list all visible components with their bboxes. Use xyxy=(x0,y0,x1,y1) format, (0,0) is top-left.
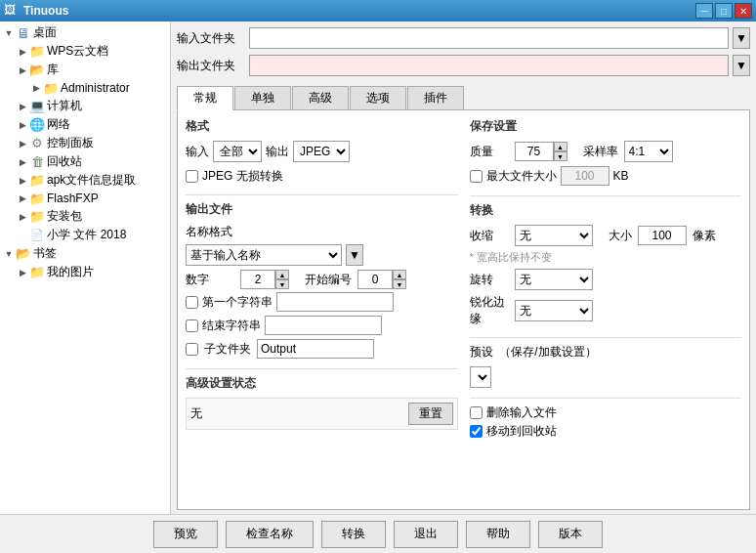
digits-down[interactable]: ▼ xyxy=(275,279,289,289)
divider-2 xyxy=(186,368,458,369)
expand-icon-computer: ▶ xyxy=(16,102,29,111)
tree-item-bookmark[interactable]: ▼ 📂 书签 xyxy=(0,244,170,263)
tree-item-mypics[interactable]: ▶ 📁 我的图片 xyxy=(0,263,170,281)
exit-button[interactable]: 退出 xyxy=(394,521,458,548)
first-str-input[interactable] xyxy=(276,292,394,312)
move-checkbox[interactable] xyxy=(470,425,483,438)
jpeg-lossless-label: JPEG 无损转换 xyxy=(202,168,283,185)
tree-label-bookmark: 书签 xyxy=(33,245,57,262)
shrink-size-input[interactable] xyxy=(638,226,687,245)
subfolder-checkbox[interactable] xyxy=(186,343,198,356)
expand-icon-desktop: ▼ xyxy=(2,28,16,38)
tree-item-computer[interactable]: ▶ 💻 计算机 xyxy=(0,97,170,115)
quality-label: 质量 xyxy=(470,144,509,160)
rotate-row: 旋转 无 xyxy=(470,269,742,290)
convert-button[interactable]: 转换 xyxy=(321,521,386,548)
output-format-select[interactable]: JPEG xyxy=(293,141,350,162)
tree-label-setup: 安装包 xyxy=(47,208,82,225)
convert-title: 转换 xyxy=(470,202,742,219)
rotate-label: 旋转 xyxy=(470,272,509,288)
shrink-select[interactable]: 无 xyxy=(515,225,593,246)
tree-label-computer: 计算机 xyxy=(47,98,82,114)
name-format-select[interactable]: 基于输入名称 xyxy=(186,244,342,266)
tree-item-desktop[interactable]: ▼ 🖥 桌面 xyxy=(0,23,170,42)
desktop-icon: 🖥 xyxy=(16,25,31,41)
preview-button[interactable]: 预览 xyxy=(153,521,218,548)
quality-row: 质量 ▲ ▼ 采样率 4:1 xyxy=(470,141,742,162)
expand-icon-network: ▶ xyxy=(16,120,29,130)
tree-item-admin[interactable]: ▶ 📁 Administrator xyxy=(0,79,170,97)
quality-input[interactable] xyxy=(515,142,554,161)
tree-item-apk[interactable]: ▶ 📁 apk文件信息提取 xyxy=(0,171,170,190)
jpeg-lossless-checkbox[interactable] xyxy=(186,170,198,183)
folder-rows: 输入文件夹 ▼ 输出文件夹 ▼ xyxy=(171,21,756,82)
adv-state-value: 无 xyxy=(190,405,402,422)
tree-label-flashfxp: FlashFXP xyxy=(47,191,99,205)
convert-section: 转换 收缩 无 大小 像素 * 宽高比保持不变 旋转 xyxy=(470,202,742,327)
reset-button[interactable]: 重置 xyxy=(408,403,453,425)
tree-label-admin: Administrator xyxy=(61,81,130,95)
end-str-checkbox[interactable] xyxy=(186,319,198,332)
check-name-button[interactable]: 检查名称 xyxy=(226,521,314,548)
max-file-input[interactable] xyxy=(561,166,609,186)
tree-label-network: 网络 xyxy=(47,116,70,133)
tree-label-wps: WPS云文档 xyxy=(47,43,108,60)
folder-icon-lib: 📂 xyxy=(29,63,45,78)
tree-item-lib[interactable]: ▶ 📂 库 xyxy=(0,61,170,79)
delete-checkbox[interactable] xyxy=(470,406,483,419)
first-str-checkbox[interactable] xyxy=(186,296,198,309)
start-num-down[interactable]: ▼ xyxy=(393,279,406,289)
digits-up[interactable]: ▲ xyxy=(275,270,289,279)
preset-select[interactable] xyxy=(470,366,491,388)
tab-single[interactable]: 单独 xyxy=(234,86,291,109)
first-str-row: 第一个字符串 xyxy=(186,292,458,312)
input-format-select[interactable]: 全部 xyxy=(213,141,262,162)
input-folder-dropdown[interactable]: ▼ xyxy=(733,27,750,49)
output-folder-label: 输出文件夹 xyxy=(177,58,245,74)
minimize-button[interactable]: ─ xyxy=(695,3,713,19)
network-icon: 🌐 xyxy=(29,117,45,133)
help-button[interactable]: 帮助 xyxy=(466,521,530,548)
tab-plugins[interactable]: 插件 xyxy=(407,86,464,109)
quality-up[interactable]: ▲ xyxy=(554,142,567,151)
expand-icon-recycle: ▶ xyxy=(16,157,29,167)
expand-icon-wps: ▶ xyxy=(16,47,29,57)
start-num-input[interactable] xyxy=(357,270,393,289)
tree-item-recycle[interactable]: ▶ 🗑 回收站 xyxy=(0,152,170,171)
end-str-input[interactable] xyxy=(265,316,382,335)
tree-item-setup[interactable]: ▶ 📁 安装包 xyxy=(0,207,170,226)
rotate-select[interactable]: 无 xyxy=(515,269,593,290)
tab-advanced[interactable]: 高级 xyxy=(292,86,349,109)
digits-label: 数字 xyxy=(186,272,234,288)
close-button[interactable]: ✕ xyxy=(735,3,752,19)
start-num-up[interactable]: ▲ xyxy=(393,270,406,279)
max-file-checkbox[interactable] xyxy=(470,170,483,183)
tree-item-school[interactable]: 📄 小学 文件 2018 xyxy=(0,226,170,244)
subfolder-input[interactable] xyxy=(257,339,374,359)
file-icon-school: 📄 xyxy=(29,228,45,243)
digits-input[interactable] xyxy=(240,270,275,289)
name-format-dropdown[interactable]: ▼ xyxy=(346,244,363,266)
quality-down[interactable]: ▼ xyxy=(554,151,567,161)
computer-icon: 💻 xyxy=(29,99,45,114)
sample-select[interactable]: 4:1 xyxy=(624,141,673,162)
divider-5 xyxy=(470,398,742,399)
output-folder-field[interactable] xyxy=(249,55,729,76)
tree-item-wps[interactable]: ▶ 📁 WPS云文档 xyxy=(0,42,170,61)
input-folder-field[interactable] xyxy=(249,27,729,49)
tree-item-control[interactable]: ▶ ⚙ 控制面板 xyxy=(0,134,170,152)
tree-label-lib: 库 xyxy=(47,62,59,78)
tree-item-network[interactable]: ▶ 🌐 网络 xyxy=(0,115,170,134)
folder-icon-mypics: 📁 xyxy=(29,265,45,280)
tab-options[interactable]: 选项 xyxy=(350,86,406,109)
tab-normal[interactable]: 常规 xyxy=(177,86,233,110)
maximize-button[interactable]: □ xyxy=(715,3,733,19)
max-file-unit: KB xyxy=(613,169,629,183)
sharpen-select[interactable]: 无 xyxy=(515,300,593,321)
output-format-label: 输出 xyxy=(266,144,289,160)
version-button[interactable]: 版本 xyxy=(538,521,603,548)
name-format-row: 名称格式 xyxy=(186,224,458,240)
tree-item-flashfxp[interactable]: ▶ 📁 FlashFXP xyxy=(0,190,170,207)
shrink-row: 收缩 无 大小 像素 xyxy=(470,225,742,246)
output-folder-dropdown[interactable]: ▼ xyxy=(733,55,750,76)
